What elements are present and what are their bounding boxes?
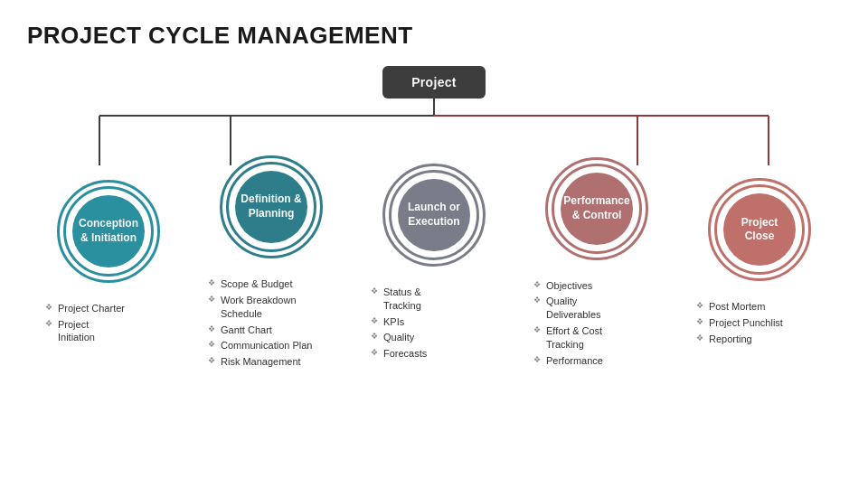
bullet-item: ProjectInitiation [45, 318, 172, 345]
bullet-item: Quality [371, 331, 497, 344]
bullet-item: Risk Management [208, 355, 335, 369]
bullet-item: KPIs [371, 315, 497, 329]
bullet-item: Status &Tracking [371, 286, 497, 313]
bullet-item: Post Mortem [696, 300, 823, 314]
phase-close: ProjectClose Post Mortem Project Punchli… [687, 175, 832, 349]
bullet-item: Effort & CostTracking [533, 324, 660, 352]
page-title: PROJECT CYCLE MANAGEMENT [27, 22, 841, 50]
project-box-container: Project [27, 66, 841, 99]
bullet-item: Forecasts [371, 347, 497, 361]
circle-performance: Performance& Control [542, 155, 651, 263]
circle-label-launch: Launch orExecution [398, 179, 470, 251]
phase-launch: Launch orExecution Status &Tracking KPIs… [362, 161, 506, 363]
phase-conception: Conception& Initiation Project Charter P… [36, 177, 181, 348]
bullets-performance: Objectives QualityDeliverables Effort & … [533, 279, 660, 371]
bullet-item: Performance [533, 354, 660, 368]
bullet-item: Scope & Budget [208, 277, 335, 291]
circle-label-conception: Conception& Initiation [72, 195, 145, 267]
bullets-launch: Status &Tracking KPIs Quality Forecasts [371, 286, 497, 363]
circle-close: ProjectClose [705, 175, 814, 284]
phase-definition: Definition &Planning Scope & Budget Work… [199, 153, 344, 371]
circle-launch: Launch orExecution [380, 161, 488, 269]
bullet-item: Project Punchlist [696, 316, 823, 330]
circle-label-definition: Definition &Planning [235, 171, 307, 243]
bullets-close: Post Mortem Project Punchlist Reporting [696, 300, 823, 349]
bullet-item: Communication Plan [208, 339, 335, 352]
circle-label-performance: Performance& Control [561, 173, 633, 245]
bullet-item: Gantt Chart [208, 324, 335, 337]
circle-label-close: ProjectClose [723, 193, 796, 266]
circle-definition: Definition &Planning [217, 153, 326, 261]
bullets-conception: Project Charter ProjectInitiation [45, 302, 172, 348]
circle-conception: Conception& Initiation [54, 177, 163, 286]
bullets-definition: Scope & Budget Work BreakdownSchedule Ga… [208, 277, 335, 371]
bullet-item: Project Charter [45, 302, 172, 315]
phase-performance: Performance& Control Objectives QualityD… [524, 155, 669, 371]
project-box: Project [382, 66, 486, 99]
bullet-item: Objectives [533, 279, 660, 293]
bullet-item: Reporting [696, 333, 823, 346]
diagram-area: Project Conception& Initiatio [27, 66, 841, 371]
bullet-item: Work BreakdownSchedule [208, 294, 335, 321]
bullet-item: QualityDeliverables [533, 295, 660, 322]
page: PROJECT CYCLE MANAGEMENT Project [0, 0, 868, 488]
phases-row: Conception& Initiation Project Charter P… [27, 153, 841, 371]
